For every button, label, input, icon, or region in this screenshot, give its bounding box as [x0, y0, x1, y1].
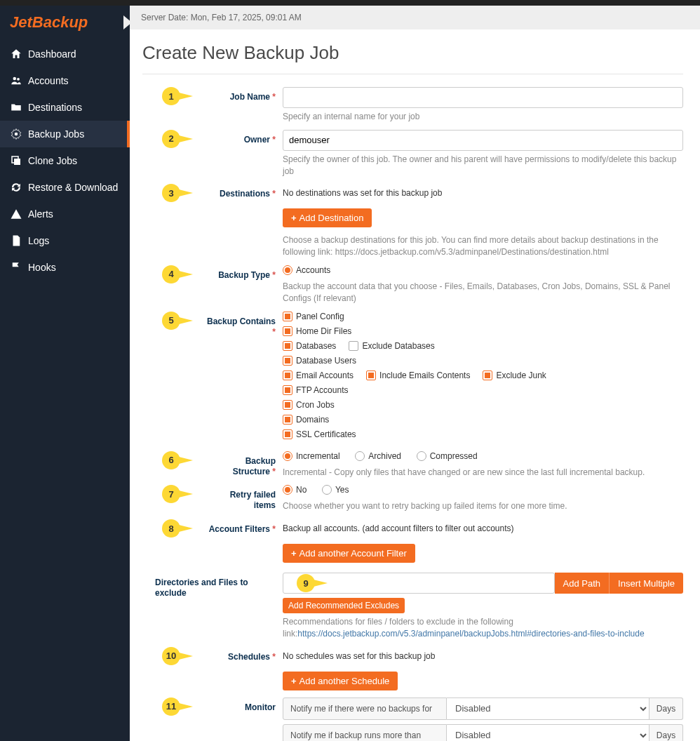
radio-backup-type-accounts[interactable]: Accounts — [283, 265, 330, 275]
check-ftp-accounts[interactable]: FTP Accounts — [283, 385, 348, 395]
sidebar-item-dashboard[interactable]: Dashboard — [0, 41, 130, 67]
monitor-days-unit-2: Days — [649, 724, 683, 741]
svg-marker-14 — [179, 271, 193, 278]
label-backup-contains: Backup Contains * — [207, 316, 276, 337]
svg-point-3 — [17, 78, 20, 81]
sidebar-item-restore-download[interactable]: Restore & Download — [0, 174, 130, 201]
hint-owner: Specify the owner of this job. The owner… — [283, 154, 683, 178]
check-panel-config[interactable]: Panel Config — [283, 312, 344, 321]
logo: JetBackup — [0, 6, 130, 41]
top-bar — [0, 0, 700, 6]
file-icon — [10, 234, 22, 247]
callout-10: 10 — [162, 647, 186, 665]
exclude-path-input[interactable] — [283, 573, 555, 594]
monitor-runs-more-select[interactable]: Disabled — [447, 724, 649, 741]
monitor-runs-more-label: Notify me if backup runs more than — [283, 724, 447, 741]
label-retry: Retry failed items — [230, 490, 276, 510]
schedules-status: No schedules was set for this backup job — [283, 647, 435, 661]
add-account-filter-button[interactable]: +Add another Account Filter — [283, 544, 415, 563]
radio-archived[interactable]: Archived — [355, 451, 401, 461]
check-home-dir-files[interactable]: Home Dir Files — [283, 326, 351, 336]
label-backup-type: Backup Type * — [218, 270, 276, 280]
check-cron-jobs[interactable]: Cron Jobs — [283, 400, 335, 410]
check-exclude-databases[interactable]: Exclude Databases — [349, 341, 434, 351]
main-content: Server Date: Mon, Feb 17, 2025, 09:01 AM… — [130, 6, 700, 741]
svg-point-2 — [13, 77, 17, 81]
jetbackup-logo-icon: JetBackup — [10, 13, 119, 32]
svg-marker-10 — [179, 135, 193, 142]
radio-retry-no[interactable]: No — [283, 485, 307, 495]
check-include-email-contents[interactable]: Include Emails Contents — [366, 370, 470, 380]
callout-7: 7 — [162, 485, 186, 503]
sidebar-item-clone-jobs[interactable]: Clone Jobs — [0, 147, 130, 174]
callout-4: 4 — [162, 265, 186, 283]
label-backup-structure: Backup Structure * — [233, 456, 276, 476]
check-database-users[interactable]: Database Users — [283, 356, 356, 366]
home-icon — [10, 48, 22, 60]
svg-marker-8 — [179, 93, 193, 100]
add-recommended-excludes-button[interactable]: Add Recommended Excludes — [283, 598, 405, 613]
svg-marker-26 — [179, 653, 193, 660]
destinations-status: No destinations was set for this backup … — [283, 184, 442, 198]
filters-status: Backup all accounts. (add account filter… — [283, 519, 514, 533]
check-ssl-certificates[interactable]: SSL Certificates — [283, 429, 356, 439]
monitor-no-backups-select[interactable]: Disabled — [447, 697, 649, 720]
svg-marker-16 — [179, 317, 193, 324]
monitor-days-unit: Days — [649, 697, 683, 720]
warning-icon — [10, 208, 22, 220]
sidebar-item-hooks[interactable]: Hooks — [0, 254, 130, 281]
radio-accounts-input[interactable] — [283, 265, 292, 275]
svg-marker-12 — [179, 189, 193, 196]
radio-retry-yes[interactable]: Yes — [322, 485, 349, 495]
radio-incremental[interactable]: Incremental — [283, 451, 340, 461]
sidebar-item-logs[interactable]: Logs — [0, 227, 130, 254]
sidebar-item-destinations[interactable]: Destinations — [0, 94, 130, 121]
hint-destinations: Choose a backup destinations for this jo… — [283, 234, 683, 258]
check-email-accounts[interactable]: Email Accounts — [283, 370, 354, 380]
job-name-input[interactable] — [283, 87, 683, 108]
check-domains[interactable]: Domains — [283, 415, 329, 425]
page-title: Create New Backup Job — [142, 42, 683, 64]
label-account-filters: Account Filters * — [209, 524, 276, 534]
callout-3: 3 — [162, 184, 186, 202]
add-destination-button[interactable]: +Add Destination — [283, 208, 372, 227]
logo-pointer-icon — [123, 15, 132, 29]
radio-compressed[interactable]: Compressed — [417, 451, 478, 461]
sidebar-item-backup-jobs[interactable]: Backup Jobs — [0, 121, 130, 147]
sync-icon — [10, 181, 22, 194]
callout-6: 6 — [162, 451, 186, 469]
callout-8: 8 — [162, 519, 186, 538]
hint-backup-type: Backup the account data that you choose … — [283, 281, 683, 305]
owner-input[interactable] — [283, 130, 683, 151]
insert-multiple-button[interactable]: Insert Multiple — [609, 573, 683, 594]
clone-icon — [10, 154, 22, 167]
svg-marker-20 — [179, 490, 193, 498]
add-schedule-button[interactable]: +Add another Schedule — [283, 672, 398, 690]
svg-text:JetBackup: JetBackup — [10, 13, 88, 31]
nav-list: Dashboard Accounts Destinations Backup J… — [0, 41, 130, 281]
add-path-button[interactable]: Add Path — [555, 573, 610, 594]
folder-icon — [10, 101, 22, 114]
label-job-name: Job Name * — [230, 92, 276, 102]
callout-5: 5 — [162, 312, 186, 330]
hint-exclude: Recommendations for files / folders to e… — [283, 616, 683, 640]
sidebar-item-alerts[interactable]: Alerts — [0, 201, 130, 227]
label-monitor: Monitor — [245, 702, 276, 712]
hint-retry: Choose whether you want to retry backing… — [283, 500, 683, 512]
label-schedules: Schedules * — [228, 652, 276, 662]
exclude-docs-link[interactable]: https://docs.jetbackup.com/v5.3/adminpan… — [297, 629, 644, 639]
callout-11: 11 — [162, 697, 186, 716]
label-owner: Owner * — [244, 135, 276, 145]
sidebar: JetBackup Dashboard Accounts Destination… — [0, 6, 130, 741]
cog-icon — [10, 128, 22, 140]
hint-structure: Incremental - Copy only files that have … — [283, 467, 683, 479]
check-databases[interactable]: Databases — [283, 341, 336, 351]
users-icon — [10, 74, 22, 87]
svg-marker-28 — [179, 703, 193, 710]
check-exclude-junk[interactable]: Exclude Junk — [483, 370, 546, 380]
label-exclude: Directories and Files to exclude — [155, 578, 248, 598]
svg-marker-18 — [179, 457, 193, 464]
hint-job-name: Specify an internal name for your job — [283, 111, 683, 123]
monitor-no-backups-label: Notify me if there were no backups for — [283, 697, 447, 720]
sidebar-item-accounts[interactable]: Accounts — [0, 67, 130, 94]
